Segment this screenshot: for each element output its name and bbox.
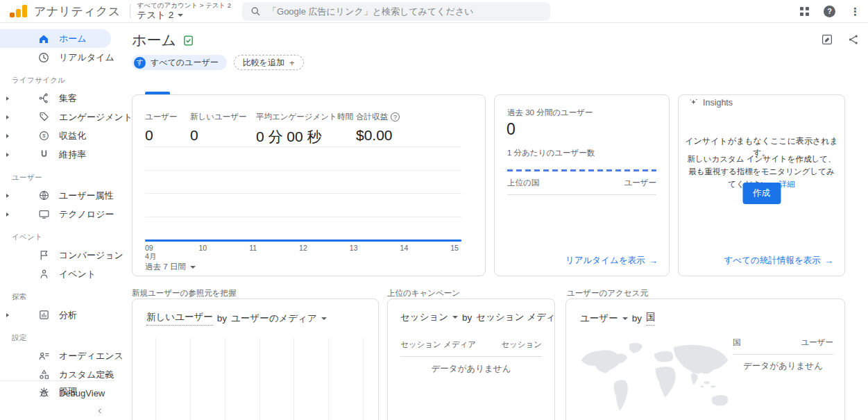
sidebar-item-demographics[interactable]: ユーザー属性 — [0, 186, 111, 205]
chart-gridline — [328, 338, 329, 420]
help-icon[interactable]: ? — [824, 6, 835, 17]
analytics-logo-icon[interactable] — [10, 5, 27, 17]
search-icon — [250, 6, 261, 17]
sidebar-item-admin[interactable]: 管理 — [0, 381, 111, 402]
expand-arrow-icon[interactable] — [3, 313, 12, 317]
sidebar-item-label: コンバージョン — [59, 249, 124, 262]
search-input[interactable] — [268, 6, 542, 17]
expand-arrow-icon[interactable] — [3, 194, 12, 198]
metric-users[interactable]: ユーザー 0 — [145, 112, 178, 144]
share-icon[interactable] — [847, 33, 860, 46]
data-quality-check-icon[interactable] — [182, 35, 194, 47]
world-map — [573, 335, 731, 420]
globe-icon — [37, 189, 51, 203]
search-bar[interactable] — [242, 2, 550, 21]
x-tick: 12 — [299, 244, 307, 260]
gear-icon — [37, 385, 51, 398]
table-header: 国 ユーザー — [733, 337, 833, 355]
sidebar-item-label: 管理 — [59, 385, 77, 398]
sidebar-item-events[interactable]: イベント — [0, 264, 111, 283]
x-axis-labels: 09 4月 10 11 12 13 14 15 — [145, 244, 459, 260]
main-content: ホーム す すべてのユーザー 比較を追加 + ユーザー 0 新しいユーザー 0 … — [115, 23, 868, 420]
expand-arrow-icon[interactable] — [3, 115, 12, 119]
dimension-selector[interactable]: ユーザーのメディア — [231, 312, 317, 325]
section-label-campaigns: 上位のキャンペーン — [387, 288, 460, 299]
x-tick: 09 — [145, 244, 156, 252]
account-switcher[interactable]: すべてのアカウント > テスト 2 テスト 2 — [137, 1, 231, 21]
learn-more-link[interactable]: 詳細 — [779, 180, 795, 188]
view-realtime-link[interactable]: リアルタイムを表示 → — [565, 255, 658, 267]
customize-report-icon[interactable] — [821, 33, 833, 46]
sidebar-item-explore[interactable]: 分析 — [0, 305, 111, 324]
clock-icon — [37, 51, 51, 65]
sidebar-item-label: カスタム定義 — [59, 369, 114, 381]
sidebar-item-label: ユーザー属性 — [59, 190, 114, 202]
chart-gridline — [145, 217, 461, 217]
sidebar-item-tech[interactable]: テクノロジー — [0, 205, 111, 224]
chevron-down-icon — [622, 317, 628, 320]
metric-label: ユーザー — [145, 112, 178, 122]
card-title: セッション by セッション メディア — [400, 311, 555, 324]
chart-gridline — [145, 146, 461, 147]
expand-arrow-icon[interactable] — [3, 212, 12, 217]
metric-label: 合計収益 — [356, 112, 388, 122]
metric-total-revenue[interactable]: 合計収益 ? $0.00 — [356, 112, 400, 144]
active-tab-indicator — [145, 92, 170, 94]
more-options-icon[interactable]: ⋮ — [850, 6, 860, 17]
x-tick: 10 — [198, 244, 207, 260]
magnet-icon — [37, 148, 51, 162]
create-insight-button[interactable]: 作成 — [742, 183, 781, 204]
tag-icon — [37, 110, 51, 124]
sidebar-section-configure: 設定 — [0, 324, 115, 346]
date-range-selector[interactable]: 過去 7 日間 — [145, 262, 196, 272]
sidebar-item-engagement[interactable]: エンゲージメント — [0, 108, 111, 126]
metric-selector[interactable]: 新しいユーザー — [146, 311, 213, 326]
metric-selector[interactable]: ユーザー — [580, 312, 618, 325]
all-users-chip[interactable]: す すべてのユーザー — [132, 55, 227, 70]
add-comparison-button[interactable]: 比較を追加 + — [234, 55, 304, 70]
metric-selector[interactable]: セッション — [400, 311, 448, 324]
sidebar-item-retention[interactable]: 維持率 — [0, 145, 111, 164]
help-icon[interactable]: ? — [391, 112, 400, 121]
sidebar-section-lifecycle: ライフサイクル — [0, 67, 115, 89]
sidebar-item-conversions[interactable]: コンバージョン — [0, 246, 111, 264]
sidebar-item-home[interactable]: ホーム — [0, 29, 111, 48]
audience-icon — [37, 349, 51, 363]
apps-grid-icon[interactable] — [800, 7, 809, 16]
view-all-insights-link[interactable]: すべての統計情報を表示 → — [724, 255, 833, 267]
flag-icon — [37, 249, 51, 262]
expand-arrow-icon[interactable] — [3, 153, 12, 157]
expand-arrow-icon[interactable] — [3, 134, 12, 138]
chart-gridline — [145, 193, 461, 194]
per-minute-bars — [507, 169, 656, 171]
sidebar-item-acquisition[interactable]: 集客 — [0, 89, 111, 108]
plus-icon: + — [289, 58, 295, 68]
column-dimension: セッション メディア — [400, 339, 476, 350]
card-title: ユーザー by 国 — [580, 311, 655, 326]
table-header: セッション メディア セッション — [400, 339, 542, 357]
sidebar-item-label: 集客 — [59, 92, 77, 105]
help-glyph: ? — [827, 7, 832, 15]
metric-value: 0 — [145, 127, 178, 144]
metric-new-users[interactable]: 新しいユーザー 0 — [190, 112, 247, 144]
metric-label: 新しいユーザー — [190, 112, 247, 122]
metric-avg-engagement[interactable]: 平均エンゲージメント時間 0 分 00 秒 — [256, 112, 353, 146]
sidebar-section-explore: 探索 — [0, 283, 115, 305]
top-countries-header: 上位の国 ユーザー — [507, 178, 656, 195]
dimension-selector[interactable]: 国 — [646, 311, 656, 326]
sidebar-item-realtime[interactable]: リアルタイム — [0, 48, 111, 67]
sparkle-icon — [688, 97, 699, 108]
column-dimension: 国 — [733, 337, 741, 348]
overview-card: ユーザー 0 新しいユーザー 0 平均エンゲージメント時間 0 分 00 秒 合… — [132, 94, 486, 276]
sidebar-item-monetization[interactable]: $ 収益化 — [0, 126, 111, 145]
sidebar-item-audiences[interactable]: オーディエンス — [0, 346, 111, 365]
geo-card: ユーザー by 国 国 ユーザー データがありません — [565, 299, 845, 420]
dimension-selector[interactable]: セッション メディア — [476, 311, 555, 324]
sidebar-item-label: 維持率 — [59, 149, 86, 161]
acquisition-icon — [37, 92, 51, 106]
chevron-down-icon — [452, 316, 458, 319]
column-value: セッション — [501, 339, 542, 350]
collapse-sidebar-button[interactable] — [0, 402, 115, 420]
sidebar-item-label: ホーム — [59, 33, 87, 45]
expand-arrow-icon[interactable] — [3, 96, 12, 101]
